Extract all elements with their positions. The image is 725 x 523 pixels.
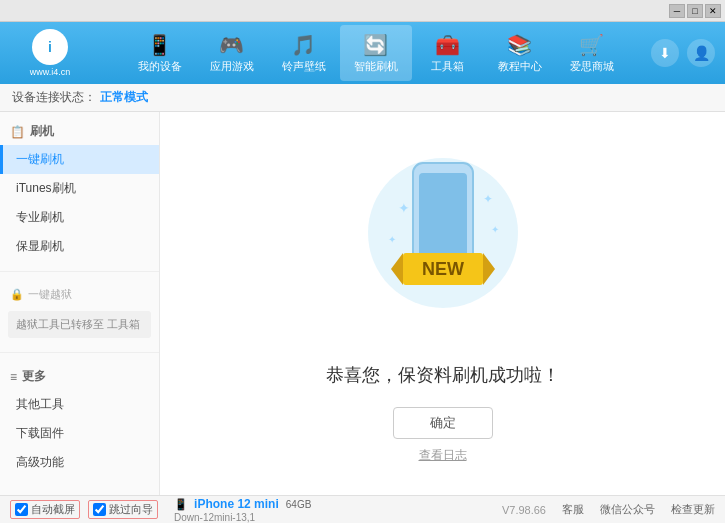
sidebar-section-flash: 📋 刷机 一键刷机 iTunes刷机 专业刷机 保显刷机 bbox=[0, 112, 159, 267]
sidebar-item-download-firmware[interactable]: 下载固件 bbox=[0, 419, 159, 448]
svg-rect-2 bbox=[419, 173, 467, 261]
nav-item-ringtones[interactable]: 🎵 铃声壁纸 bbox=[268, 25, 340, 81]
wechat-link[interactable]: 微信公众号 bbox=[600, 502, 655, 517]
nav-item-toolbox[interactable]: 🧰 工具箱 bbox=[412, 25, 484, 81]
nav-bar: 📱 我的设备 🎮 应用游戏 🎵 铃声壁纸 🔄 智能刷机 🧰 工具箱 📚 教程中心… bbox=[100, 25, 651, 81]
phone-svg: NEW ✦ ✦ ✦ ✦ bbox=[343, 143, 543, 343]
download-button[interactable]: ⬇ bbox=[651, 39, 679, 67]
nav-item-apps-games[interactable]: 🎮 应用游戏 bbox=[196, 25, 268, 81]
logo[interactable]: i www.i4.cn bbox=[10, 28, 90, 78]
success-text: 恭喜您，保资料刷机成功啦！ bbox=[326, 363, 560, 387]
content-area: NEW ✦ ✦ ✦ ✦ 恭喜您，保资料刷机成功啦！ 确定 查看日志 bbox=[160, 112, 725, 495]
flash-section-label: 刷机 bbox=[30, 123, 54, 140]
header: i www.i4.cn 📱 我的设备 🎮 应用游戏 🎵 铃声壁纸 🔄 智能刷机 … bbox=[0, 22, 725, 84]
secondary-link[interactable]: 查看日志 bbox=[419, 447, 467, 464]
device-name: iPhone 12 mini bbox=[194, 497, 279, 511]
customer-service-link[interactable]: 客服 bbox=[562, 502, 584, 517]
lock-icon: 🔒 bbox=[10, 288, 24, 301]
nav-item-smart-flash[interactable]: 🔄 智能刷机 bbox=[340, 25, 412, 81]
svg-text:✦: ✦ bbox=[483, 192, 493, 206]
nav-item-store[interactable]: 🛒 爱思商城 bbox=[556, 25, 628, 81]
auto-send-checkbox-item[interactable]: 自动截屏 bbox=[10, 500, 80, 519]
device-info: 📱 iPhone 12 mini 64GB Down-12mini-13,1 bbox=[174, 497, 311, 523]
svg-text:✦: ✦ bbox=[491, 224, 499, 235]
apps-games-icon: 🎮 bbox=[219, 33, 244, 57]
device-storage: 64GB bbox=[286, 499, 312, 510]
window-controls[interactable]: ─ □ ✕ bbox=[669, 4, 721, 18]
maximize-button[interactable]: □ bbox=[687, 4, 703, 18]
status-value: 正常模式 bbox=[100, 89, 148, 106]
svg-text:✦: ✦ bbox=[398, 200, 410, 216]
svg-text:✦: ✦ bbox=[388, 234, 396, 245]
my-device-icon: 📱 bbox=[147, 33, 172, 57]
close-button[interactable]: ✕ bbox=[705, 4, 721, 18]
sidebar-item-advanced[interactable]: 高级功能 bbox=[0, 448, 159, 477]
nav-item-tutorials[interactable]: 📚 教程中心 bbox=[484, 25, 556, 81]
sidebar-item-one-click-flash[interactable]: 一键刷机 bbox=[0, 145, 159, 174]
sidebar-item-preserve-flash[interactable]: 保显刷机 bbox=[0, 232, 159, 261]
title-bar: ─ □ ✕ bbox=[0, 0, 725, 22]
skip-wizard-checkbox-item[interactable]: 跳过向导 bbox=[88, 500, 158, 519]
more-section-icon: ≡ bbox=[10, 370, 17, 384]
nav-item-my-device-label: 我的设备 bbox=[138, 59, 182, 74]
nav-item-apps-games-label: 应用游戏 bbox=[210, 59, 254, 74]
sidebar-item-other-tools[interactable]: 其他工具 bbox=[0, 390, 159, 419]
skip-wizard-checkbox[interactable] bbox=[93, 503, 106, 516]
sidebar-section-jailbreak-header: 🔒 一键越狱 bbox=[0, 282, 159, 307]
sidebar-divider-2 bbox=[0, 352, 159, 353]
more-section-label: 更多 bbox=[22, 368, 46, 385]
status-bar: 设备连接状态： 正常模式 bbox=[0, 84, 725, 112]
sidebar-section-more: ≡ 更多 其他工具 下载固件 高级功能 bbox=[0, 357, 159, 483]
tutorials-icon: 📚 bbox=[507, 33, 532, 57]
skip-wizard-label: 跳过向导 bbox=[109, 502, 153, 517]
success-illustration: NEW ✦ ✦ ✦ ✦ bbox=[343, 143, 543, 343]
minimize-button[interactable]: ─ bbox=[669, 4, 685, 18]
main-area: 📋 刷机 一键刷机 iTunes刷机 专业刷机 保显刷机 🔒 一键越狱 越狱工具… bbox=[0, 112, 725, 495]
auto-send-checkbox[interactable] bbox=[15, 503, 28, 516]
version-label: V7.98.66 bbox=[502, 504, 546, 516]
sidebar-section-jailbreak: 🔒 一键越狱 越狱工具已转移至 工具箱 bbox=[0, 276, 159, 348]
bottom-left: 自动截屏 跳过向导 📱 iPhone 12 mini 64GB Down-12m… bbox=[10, 497, 502, 523]
auto-send-label: 自动截屏 bbox=[31, 502, 75, 517]
store-icon: 🛒 bbox=[579, 33, 604, 57]
confirm-button[interactable]: 确定 bbox=[393, 407, 493, 439]
jailbreak-note: 越狱工具已转移至 工具箱 bbox=[8, 311, 151, 338]
flash-section-icon: 📋 bbox=[10, 125, 25, 139]
device-model: Down-12mini-13,1 bbox=[174, 512, 255, 523]
sidebar: 📋 刷机 一键刷机 iTunes刷机 专业刷机 保显刷机 🔒 一键越狱 越狱工具… bbox=[0, 112, 160, 495]
user-button[interactable]: 👤 bbox=[687, 39, 715, 67]
ringtones-icon: 🎵 bbox=[291, 33, 316, 57]
nav-item-store-label: 爱思商城 bbox=[570, 59, 614, 74]
logo-icon: i bbox=[32, 29, 68, 65]
smart-flash-icon: 🔄 bbox=[363, 33, 388, 57]
sidebar-item-pro-flash[interactable]: 专业刷机 bbox=[0, 203, 159, 232]
nav-item-my-device[interactable]: 📱 我的设备 bbox=[124, 25, 196, 81]
sidebar-divider-1 bbox=[0, 271, 159, 272]
svg-text:NEW: NEW bbox=[422, 259, 464, 279]
check-update-link[interactable]: 检查更新 bbox=[671, 502, 715, 517]
sidebar-section-flash-header: 📋 刷机 bbox=[0, 118, 159, 145]
sidebar-item-itunes-flash[interactable]: iTunes刷机 bbox=[0, 174, 159, 203]
jailbreak-label: 一键越狱 bbox=[28, 287, 72, 302]
phone-device-icon: 📱 bbox=[174, 498, 188, 510]
header-right-buttons: ⬇ 👤 bbox=[651, 39, 715, 67]
toolbox-icon: 🧰 bbox=[435, 33, 460, 57]
nav-item-toolbox-label: 工具箱 bbox=[431, 59, 464, 74]
sidebar-section-more-header: ≡ 更多 bbox=[0, 363, 159, 390]
logo-url: www.i4.cn bbox=[30, 67, 71, 77]
bottom-right: V7.98.66 客服 微信公众号 检查更新 bbox=[502, 502, 715, 517]
nav-item-smart-flash-label: 智能刷机 bbox=[354, 59, 398, 74]
nav-item-tutorials-label: 教程中心 bbox=[498, 59, 542, 74]
status-label: 设备连接状态： bbox=[12, 89, 96, 106]
nav-item-ringtones-label: 铃声壁纸 bbox=[282, 59, 326, 74]
bottom-bar: 自动截屏 跳过向导 📱 iPhone 12 mini 64GB Down-12m… bbox=[0, 495, 725, 523]
